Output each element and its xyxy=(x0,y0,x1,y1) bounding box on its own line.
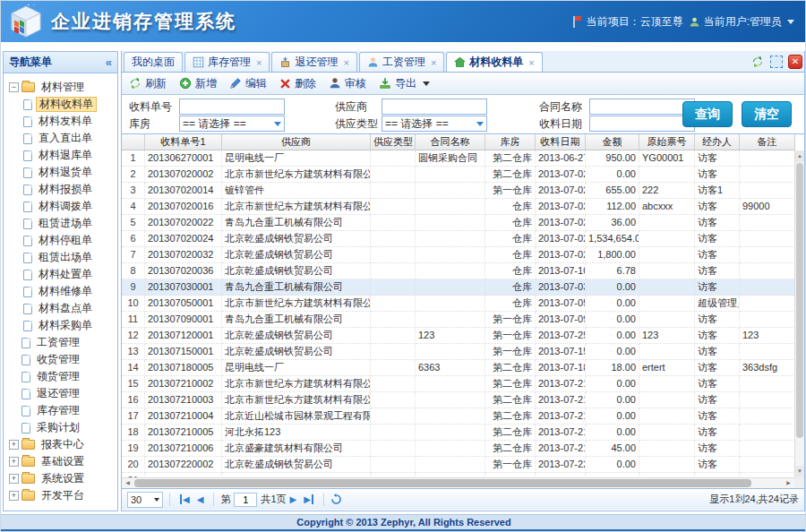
sidebar-item-材料报损单[interactable]: 材料报损单 xyxy=(5,181,116,198)
sidebar-item-直入直出单[interactable]: 直入直出单 xyxy=(5,130,116,147)
search-input[interactable] xyxy=(589,116,695,132)
table-row[interactable]: 12201307120001北京乾盛成钢铁贸易公司123第一仓库2013-07-… xyxy=(122,328,795,344)
close-icon[interactable]: × xyxy=(528,57,534,68)
table-row[interactable]: 13201307150001北京乾盛成钢铁贸易公司第一仓库2013-07-150… xyxy=(122,344,795,360)
query-button[interactable]: 查询 xyxy=(682,101,733,127)
search-select[interactable]: == 请选择 == xyxy=(179,116,285,132)
table-header-cell[interactable]: 合同名称 xyxy=(416,134,485,150)
table-row[interactable]: 8201307020036北京乾盛成钢铁贸易公司仓库2013-07-106.78… xyxy=(122,263,795,279)
sidebar-item-租赁出场单[interactable]: 租赁出场单 xyxy=(5,249,116,266)
table-header-cell[interactable]: 收料单号1 xyxy=(145,134,222,150)
tab-item[interactable]: 我的桌面 xyxy=(124,52,183,72)
scroll-down-icon[interactable]: ▼ xyxy=(795,466,804,477)
first-page-button[interactable]: ◀ xyxy=(180,494,190,504)
sidebar-item-材料收料单[interactable]: 材料收料单 xyxy=(5,96,116,113)
table-row[interactable]: 17201307210004北京近山松城市园林景观工程有限公司第二仓库2013-… xyxy=(122,408,795,425)
current-user-menu[interactable]: 当前用户:管理员 xyxy=(689,14,794,30)
scroll-left-icon[interactable]: ◀ xyxy=(122,478,133,488)
table-header-cell[interactable]: 备注 xyxy=(740,134,795,150)
toolbar-button[interactable]: 审核 xyxy=(329,76,366,91)
sidebar-item-材料盘点单[interactable]: 材料盘点单 xyxy=(5,300,116,317)
close-icon[interactable]: × xyxy=(343,57,348,68)
table-header-cell[interactable]: 经办人 xyxy=(695,134,740,150)
search-input[interactable] xyxy=(382,99,487,115)
next-page-button[interactable]: ▶ xyxy=(290,494,297,504)
sidebar-folder-系统设置[interactable]: +系统设置 xyxy=(5,470,116,487)
horizontal-scroll-thumb[interactable] xyxy=(134,479,751,487)
sidebar-folder-报表中心[interactable]: +报表中心 xyxy=(5,436,116,453)
toolbar-button[interactable]: 编辑 xyxy=(229,76,267,91)
sidebar-folder-基础设置[interactable]: +基础设置 xyxy=(5,453,116,470)
table-header-cell[interactable] xyxy=(122,134,145,150)
sidebar-item-采购计划[interactable]: 采购计划 xyxy=(5,419,116,436)
chevron-down-icon[interactable] xyxy=(423,82,430,86)
table-row[interactable]: 9201307030001青岛九合重工机械有限公司仓库2013-07-030.0… xyxy=(122,279,795,296)
tab-item[interactable]: 材料收料单× xyxy=(446,52,542,72)
table-header-cell[interactable]: 库房 xyxy=(485,134,536,150)
table-row[interactable]: 11201307090001青岛九合重工机械有限公司第一仓库2013-07-09… xyxy=(122,312,795,328)
table-header-cell[interactable]: 收料日期 xyxy=(536,134,586,150)
sidebar-item-材料调拨单[interactable]: 材料调拨单 xyxy=(5,198,116,215)
sidebar-item-领货管理[interactable]: 领货管理 xyxy=(5,368,116,385)
table-header-cell[interactable]: 供应商 xyxy=(222,134,371,150)
tab-item[interactable]: 工资管理× xyxy=(359,52,444,72)
vertical-scrollbar[interactable]: ▲ ▼ xyxy=(794,150,804,477)
sidebar-item-材料退库单[interactable]: 材料退库单 xyxy=(5,147,116,164)
table-row[interactable]: 14201307180005昆明电线一厂6363第二仓库2013-07-1818… xyxy=(122,360,795,376)
clear-button[interactable]: 清空 xyxy=(742,101,792,127)
sidebar-item-退还管理[interactable]: 退还管理 xyxy=(5,385,116,402)
toolbar-button[interactable]: 新增 xyxy=(179,76,217,91)
sidebar-collapse-icon[interactable]: « xyxy=(106,56,112,69)
expand-expander-icon[interactable]: + xyxy=(9,457,19,467)
search-input[interactable] xyxy=(589,99,695,115)
refresh-tabs-button[interactable] xyxy=(750,55,765,69)
table-row[interactable]: 5201307020022青岛九合重工机械有限公司仓库2013-07-0236.… xyxy=(122,215,795,231)
table-row[interactable]: 4201307020016北京市新世纪东方建筑材料有限公司仓库2013-07-0… xyxy=(122,199,795,215)
table-row[interactable]: 20201307220002北京乾盛成钢铁贸易公司第一仓库2013-07-220… xyxy=(122,457,795,473)
scroll-right-icon[interactable]: ▶ xyxy=(783,478,794,488)
table-row[interactable]: 7201307020032北京乾盛成钢铁贸易公司仓库2013-07-021,80… xyxy=(122,247,795,263)
prev-page-button[interactable]: ◀ xyxy=(197,494,204,504)
sidebar-item-材料停租单[interactable]: 材料停租单 xyxy=(5,232,116,249)
table-row[interactable]: 18201307210005河北永拓123第二仓库2013-07-210.00访… xyxy=(122,425,795,441)
search-input[interactable] xyxy=(179,99,285,115)
table-row[interactable]: 2201307020002北京市新世纪东方建筑材料有限公司第二仓库2013-07… xyxy=(122,167,795,183)
sidebar-item-材料退货单[interactable]: 材料退货单 xyxy=(5,164,116,181)
sidebar-item-材料采购单[interactable]: 材料采购单 xyxy=(5,317,116,334)
table-row[interactable]: 19201307210006北京盛豪建筑材料有限公司第二仓库2013-07-21… xyxy=(122,441,795,457)
table-row[interactable]: 10201307050001北京市新世纪东方建筑材料有限公司仓库2013-07-… xyxy=(122,296,795,312)
sidebar-item-库存管理[interactable]: 库存管理 xyxy=(5,402,116,419)
close-tab-button[interactable]: ✕ xyxy=(788,55,802,69)
table-row[interactable]: 15201307210002北京市新世纪东方建筑材料有限公司第二仓库2013-0… xyxy=(122,376,795,392)
table-row[interactable]: 6201307020024北京乾盛成钢铁贸易公司仓库2013-07-021,53… xyxy=(122,231,795,247)
vertical-scroll-thumb[interactable] xyxy=(796,163,803,438)
page-size-select[interactable]: 30 xyxy=(127,492,163,508)
toolbar-button[interactable]: 删除 xyxy=(279,76,316,91)
table-header-cell[interactable]: 金额 xyxy=(586,134,639,150)
toolbar-button[interactable]: 刷新 xyxy=(129,76,167,91)
collapse-expander-icon[interactable]: − xyxy=(9,82,19,92)
tab-item[interactable]: 退还管理× xyxy=(271,52,356,72)
expand-expander-icon[interactable]: + xyxy=(9,440,19,450)
refresh-page-icon[interactable] xyxy=(330,493,342,505)
table-header-cell[interactable]: 供应类型 xyxy=(371,134,416,150)
close-icon[interactable]: × xyxy=(256,57,262,68)
sidebar-folder-材料管理[interactable]: −材料管理 xyxy=(5,79,116,96)
table-row[interactable]: 1201306270001昆明电线一厂圆钢采购合同第二仓库2013-06-279… xyxy=(122,150,795,167)
toolbar-button[interactable]: 导出 xyxy=(379,76,430,91)
tab-item[interactable]: 库存管理× xyxy=(184,52,270,72)
sidebar-item-材料处置单[interactable]: 材料处置单 xyxy=(5,266,116,283)
sidebar-folder-开发平台[interactable]: +开发平台 xyxy=(5,487,116,504)
last-page-button[interactable]: ▶ xyxy=(304,494,313,504)
sidebar-item-材料发料单[interactable]: 材料发料单 xyxy=(5,113,116,130)
sidebar-item-收货管理[interactable]: 收货管理 xyxy=(5,351,116,368)
table-row[interactable]: 16201307210003北京市新世纪东方建筑材料有限公司第二仓库2013-0… xyxy=(122,392,795,408)
scroll-up-icon[interactable]: ▲ xyxy=(795,150,804,162)
close-icon[interactable]: × xyxy=(431,57,436,68)
search-select[interactable]: == 请选择 == xyxy=(382,116,487,132)
horizontal-scrollbar[interactable]: ◀ ▶ xyxy=(122,477,794,488)
sidebar-item-租赁进场单[interactable]: 租赁进场单 xyxy=(5,215,116,232)
sidebar-item-工资管理[interactable]: 工资管理 xyxy=(5,334,116,351)
table-header-cell[interactable]: 原始票号 xyxy=(639,134,695,150)
sidebar-item-材料维修单[interactable]: 材料维修单 xyxy=(5,283,116,300)
